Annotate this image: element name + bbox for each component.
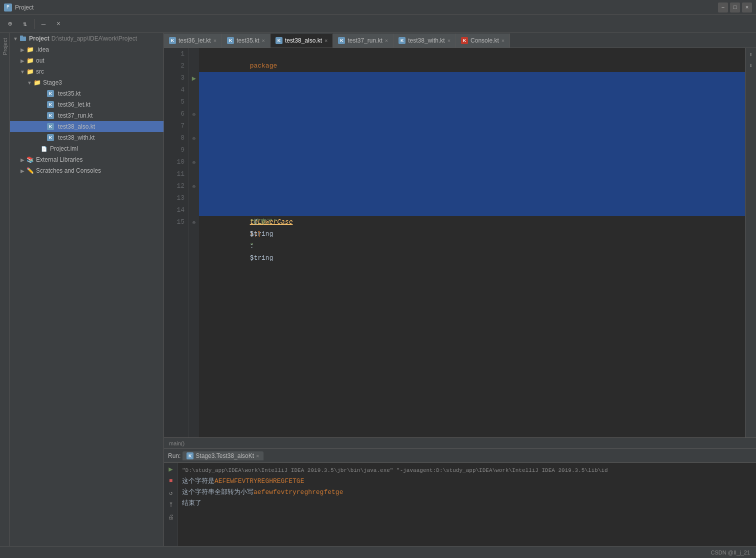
sidebar-item-project-iml[interactable]: ▶ 📄 Project.iml bbox=[10, 143, 164, 154]
project-icon bbox=[19, 35, 27, 43]
tab-close-test35[interactable]: × bbox=[262, 38, 265, 44]
folder-icon-idea: 📁 bbox=[26, 46, 34, 54]
tab-label-test38-with: test38_with.kt bbox=[408, 37, 444, 44]
stage3-label: Stage3 bbox=[43, 79, 62, 86]
sidebar-item-scratches[interactable]: ▶ ✏️ Scratches and Consoles bbox=[10, 165, 164, 176]
minimize-button[interactable]: − bbox=[718, 3, 728, 13]
sidebar-item-test38-also[interactable]: ▶ K test38_also.kt bbox=[10, 121, 164, 132]
folder-icon-src: 📁 bbox=[26, 68, 34, 76]
tab-close-test36-let[interactable]: × bbox=[214, 38, 216, 44]
tab-close-test38-with[interactable]: × bbox=[448, 38, 450, 44]
code-line-13 bbox=[199, 192, 745, 204]
scratches-icon: ✏️ bbox=[26, 167, 34, 175]
title-bar: P Project − □ × bbox=[0, 0, 756, 15]
editor-area: K test36_let.kt × K test35.kt × K test38… bbox=[164, 33, 756, 546]
run-rerun-button[interactable]: ↺ bbox=[166, 488, 176, 498]
sidebar-item-external-libs[interactable]: ▶ 📚 External Libraries bbox=[10, 154, 164, 165]
run-play-button[interactable]: ▶ bbox=[166, 464, 176, 474]
scratches-label: Scratches and Consoles bbox=[36, 167, 101, 174]
sidebar-item-src[interactable]: ▼ 📁 src bbox=[10, 66, 164, 77]
gutter-col: ▶ ⊖ ⊖ ⊖ ⊖ ⊖ bbox=[189, 48, 199, 437]
code-line-12: } bbox=[199, 180, 745, 192]
right-btn-1[interactable]: ⬆ bbox=[746, 50, 756, 59]
toolbar-separator bbox=[34, 19, 34, 29]
sidebar-item-test35[interactable]: ▶ K test35.kt bbox=[10, 88, 164, 99]
close-button[interactable]: × bbox=[742, 3, 752, 13]
main-toolbar: ⊕ ⇅ — × bbox=[0, 15, 756, 33]
project-tree: ▼ Project D:\study_app\IDEA\work\Project… bbox=[10, 33, 164, 546]
tab-test38-with[interactable]: K test38_with.kt × bbox=[394, 34, 456, 48]
status-bar: CSDN @II_j_21 bbox=[0, 546, 756, 558]
run-output-line-1: 这个字符是AEFEWFEVTRYREGHREGFETGE bbox=[182, 476, 752, 487]
sidebar-item-test36-let[interactable]: ▶ K test36_let.kt bbox=[10, 99, 164, 110]
sidebar-item-idea[interactable]: ▶ 📁 .idea bbox=[10, 44, 164, 55]
code-editor[interactable]: 1 2 3 4 5 6 7 8 9 10 11 12 13 14 15 bbox=[164, 48, 756, 448]
run-stop-button[interactable]: ■ bbox=[166, 476, 176, 486]
toolbar-close-button[interactable]: × bbox=[52, 18, 64, 30]
project-root-path: D:\study_app\IDEA\work\Project bbox=[52, 35, 137, 42]
kt-icon-test38-also: K bbox=[47, 123, 54, 130]
code-line-14 bbox=[199, 204, 745, 216]
run-tab-label: Stage3.Test38_alsoKt bbox=[196, 452, 254, 459]
run-scroll-top-button[interactable]: ⤒ bbox=[166, 500, 176, 510]
window-controls: − □ × bbox=[718, 3, 752, 13]
main-area: Project ▼ Project D:\study_app\IDEA\work… bbox=[0, 33, 756, 546]
run-content: ▶ ■ ↺ ⤒ 🖨 "D:\study_app\IDEA\work\Intell… bbox=[164, 463, 756, 546]
sidebar-item-test38-with[interactable]: ▶ K test38_with.kt bbox=[10, 132, 164, 143]
line-num-1: 1 bbox=[180, 48, 184, 60]
tab-bar: K test36_let.kt × K test35.kt × K test38… bbox=[164, 33, 756, 48]
toolbar-minus-button[interactable]: — bbox=[38, 18, 50, 30]
right-toolbar: ⬆ ⬇ bbox=[745, 48, 756, 437]
line-num-6: 6 bbox=[180, 108, 184, 120]
run-tab-close[interactable]: × bbox=[256, 453, 259, 459]
test35-label: test35.kt bbox=[58, 90, 80, 97]
xml-icon-project-iml: 📄 bbox=[40, 145, 48, 153]
code-lines[interactable]: package Stage3 fun main () { val bbox=[199, 48, 745, 437]
tab-label-test36-let: test36_let.kt bbox=[178, 37, 211, 44]
tree-arrow-out: ▶ bbox=[19, 57, 26, 64]
tab-test36-let[interactable]: K test36_let.kt × bbox=[164, 34, 222, 48]
code-line-5: //also函数的写法规则，由于also的特点 also函数始终返回是对象本身，… bbox=[199, 96, 745, 108]
maximize-button[interactable]: □ bbox=[730, 3, 740, 13]
gutter-icon-15: ⊖ bbox=[192, 216, 196, 228]
sidebar-item-stage3[interactable]: ▼ 📁 Stage3 bbox=[10, 77, 164, 88]
tree-arrow-external-libs: ▶ bbox=[19, 156, 26, 163]
tab-test35[interactable]: K test35.kt × bbox=[222, 34, 270, 48]
run-print-button[interactable]: 🖨 bbox=[166, 512, 176, 522]
kt-icon-test37-run: K bbox=[47, 112, 54, 119]
code-line-4: val str= " AEFEWFEVTRYREGHREGFETGE " bbox=[199, 84, 745, 96]
line-num-9: 9 bbox=[180, 144, 184, 156]
sidebar-item-out[interactable]: ▶ 📁 out bbox=[10, 55, 164, 66]
run-tab-main[interactable]: K Stage3.Test38_alsoKt × bbox=[182, 451, 263, 460]
tab-close-console[interactable]: × bbox=[502, 38, 504, 44]
colon3: : bbox=[250, 242, 258, 250]
line-num-10: 10 bbox=[176, 156, 184, 168]
test38-with-label: test38_with.kt bbox=[58, 134, 94, 141]
idea-label: .idea bbox=[36, 46, 49, 53]
toolbar-add-button[interactable]: ⊕ bbox=[4, 18, 16, 30]
final-brace: } bbox=[250, 230, 254, 238]
code-line-3: fun main () { bbox=[199, 72, 745, 84]
line-num-11: 11 bbox=[176, 168, 184, 180]
tab-kt-icon-test35: K bbox=[227, 37, 234, 44]
tab-close-test38-also[interactable]: × bbox=[324, 38, 328, 44]
tab-console[interactable]: K Console.kt × bbox=[456, 34, 510, 48]
toolbar-swap-button[interactable]: ⇅ bbox=[19, 18, 31, 30]
tab-label-test38-also: test38_also.kt bbox=[285, 37, 322, 44]
run-output: "D:\study_app\IDEA\work\IntelliJ IDEA 20… bbox=[178, 463, 756, 546]
tab-close-test37-run[interactable]: × bbox=[385, 38, 388, 44]
tab-label-test35: test35.kt bbox=[236, 37, 259, 44]
gutter-icon-10: ⊖ bbox=[192, 156, 196, 168]
right-btn-2[interactable]: ⬇ bbox=[746, 61, 756, 70]
sidebar-item-project-root[interactable]: ▼ Project D:\study_app\IDEA\work\Project bbox=[10, 33, 164, 44]
run-panel: Run: K Stage3.Test38_alsoKt × ▶ ■ ↺ ⤒ 🖨 … bbox=[164, 448, 756, 546]
tab-test37-run[interactable]: K test37_run.kt × bbox=[333, 34, 394, 48]
code-line-15: } bbox=[199, 216, 745, 228]
external-libs-label: External Libraries bbox=[36, 156, 82, 163]
tab-test38-also[interactable]: K test38_also.kt × bbox=[270, 34, 333, 48]
project-iml-label: Project.iml bbox=[50, 145, 78, 152]
sidebar-item-test37-run[interactable]: ▶ K test37_run.kt bbox=[10, 110, 164, 121]
svg-rect-0 bbox=[20, 37, 26, 41]
left-gutter: Project bbox=[0, 33, 10, 546]
code-content: 1 2 3 4 5 6 7 8 9 10 11 12 13 14 15 bbox=[164, 48, 756, 437]
